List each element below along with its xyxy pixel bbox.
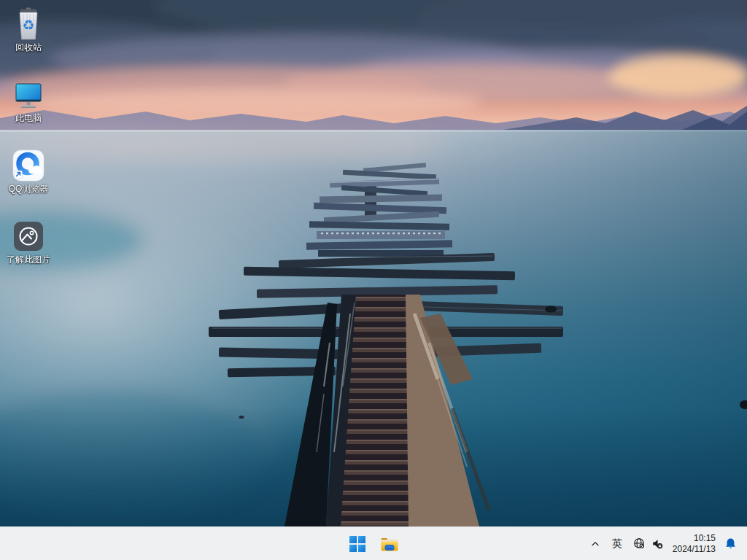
tray-hidden-icons-chevron-button[interactable]	[584, 529, 606, 559]
desktop-icon-label: 回收站	[15, 43, 42, 52]
wallpaper-image	[0, 0, 747, 526]
desktop-icon-learn-about-picture[interactable]: 了解此图片	[1, 212, 56, 283]
desktop-icon-label: QQ浏览器	[9, 184, 49, 194]
desktop-area[interactable]: ♻ 回收站	[0, 0, 747, 526]
taskbar-center-icons	[343, 527, 404, 560]
windows-logo-icon	[349, 535, 366, 553]
folder-icon	[380, 536, 399, 552]
ime-language-button[interactable]: 英	[606, 529, 628, 559]
network-globe-no-internet-icon	[633, 537, 646, 550]
qq-browser-icon	[11, 148, 46, 183]
desktop-icon-label: 此电脑	[15, 114, 42, 123]
desktop-icon-this-pc[interactable]: 此电脑	[1, 71, 56, 141]
volume-muted-icon	[651, 537, 663, 550]
file-explorer-button[interactable]	[375, 529, 404, 559]
desktop-icon-label: 了解此图片	[7, 255, 50, 265]
desktop-icon-qq-browser[interactable]: QQ浏览器	[1, 141, 56, 212]
desktop-icon-list: ♻ 回收站	[1, 0, 56, 283]
notification-bell-button[interactable]	[719, 529, 741, 559]
network-volume-button[interactable]	[628, 529, 669, 559]
clock-button[interactable]: 10:15 2024/11/13	[669, 529, 719, 559]
tray-date: 2024/11/13	[673, 544, 716, 555]
chevron-up-icon	[590, 539, 600, 549]
taskbar: 英 10:15 2024/11/13	[0, 526, 747, 560]
svg-text:♻: ♻	[22, 17, 34, 33]
photo-info-icon	[11, 219, 46, 254]
tray-time: 10:15	[694, 533, 716, 544]
notification-bell-icon	[724, 537, 737, 550]
start-button[interactable]	[343, 529, 372, 559]
desktop-icon-recycle-bin[interactable]: ♻ 回收站	[1, 0, 56, 71]
recycle-bin-icon: ♻	[11, 7, 46, 42]
windows-desktop-screen: ♻ 回收站	[0, 0, 747, 560]
system-tray: 英 10:15 2024/11/13	[584, 527, 747, 560]
this-pc-monitor-icon	[11, 77, 46, 112]
